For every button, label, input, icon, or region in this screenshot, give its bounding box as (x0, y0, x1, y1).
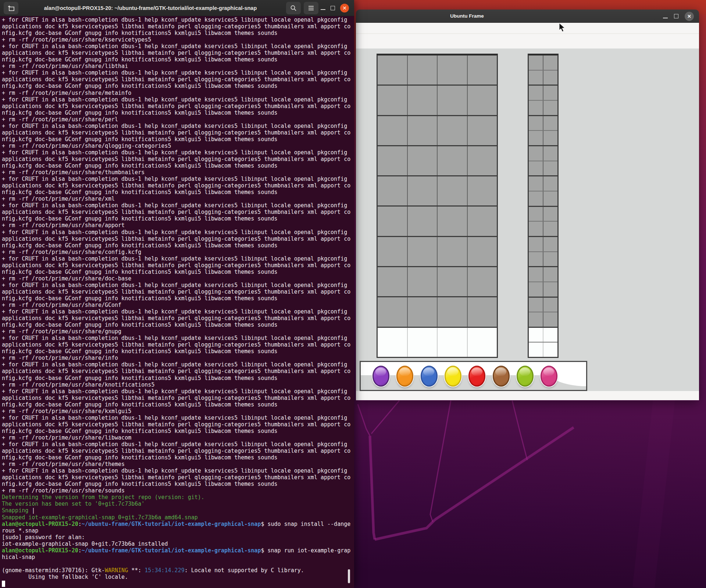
terminal-line: + rm -rf /root/prime/usr/share/apport (2, 222, 354, 229)
board-cell (408, 207, 438, 236)
board-cell (543, 252, 557, 266)
board-cell (468, 207, 497, 236)
board-cell (543, 191, 557, 206)
terminal-line: nfig.kcfg doc-base GConf gnupg info knot… (2, 481, 354, 487)
terminal-line: nfig.kcfg doc-base GConf gnupg info knot… (2, 401, 354, 408)
peg-brown[interactable] (493, 366, 510, 387)
terminal-line: + rm -rf /root/prime/usr/share/kservicet… (2, 36, 354, 43)
terminal-line: + rm -rf /root/prime/usr/share/libthai (2, 63, 354, 69)
peg-yellow[interactable] (445, 366, 461, 387)
board-cell (378, 176, 408, 205)
terminal-line: nfig.kcfg doc-base GConf gnupg info knot… (2, 375, 354, 381)
terminal-line: applications doc kf5 kservicetypes5 libt… (2, 315, 354, 322)
terminal-line: + for CRUFT in alsa bash-completion dbus… (2, 17, 354, 23)
board-row (529, 252, 557, 268)
terminal-line: applications doc kf5 kservicetypes5 libt… (2, 448, 354, 454)
terminal-line: + rm -rf /root/prime/usr/share/gnupg (2, 328, 354, 335)
board-cell (529, 298, 543, 312)
terminal-line: + rm -rf /root/prime/usr/share/sounds (2, 487, 354, 494)
feedback-board (528, 54, 559, 358)
maximize-icon[interactable] (331, 6, 335, 10)
terminal-line: applications doc kf5 kservicetypes5 libt… (2, 262, 354, 269)
peg-green[interactable] (517, 366, 534, 387)
guess-cell-empty[interactable] (408, 328, 438, 357)
terminal-line: + rm -rf /root/prime/usr/share/themes (2, 461, 354, 467)
board-cell (543, 267, 557, 282)
board-cell (543, 131, 557, 145)
terminal-line: applications doc kf5 kservicetypes5 libt… (2, 103, 354, 110)
terminal-line: nfig.kcfg doc-base GConf gnupg info knot… (2, 454, 354, 461)
terminal-line: + rm -rf /root/prime/usr/share/thumbnail… (2, 169, 354, 176)
board-cell (529, 267, 543, 282)
board-cell (378, 55, 408, 85)
board-cell (468, 176, 497, 205)
ubuntu-frame-window: Ubuntu Frame ✕ (356, 10, 699, 401)
terminal-line: nfig.kcfg doc-base GConf gnupg info knot… (2, 189, 354, 196)
peg-red[interactable] (468, 366, 485, 387)
peg-pink[interactable] (541, 366, 557, 387)
guess-cell-empty[interactable] (468, 328, 497, 357)
terminal-scrollbar[interactable] (348, 569, 350, 583)
terminal-line: nfig.kcfg doc-base GConf gnupg info knot… (2, 30, 354, 36)
board-cell (529, 146, 543, 161)
guess-cell-empty[interactable] (378, 328, 408, 357)
guess-cell-empty[interactable] (529, 328, 543, 342)
minimize-icon[interactable] (663, 18, 668, 18)
search-button[interactable] (286, 2, 301, 14)
terminal-line: applications doc kf5 kservicetypes5 libt… (2, 182, 354, 189)
frame-titlebar[interactable]: Ubuntu Frame ✕ (356, 10, 699, 23)
terminal-line: applications doc kf5 kservicetypes5 libt… (2, 76, 354, 83)
close-icon[interactable]: ✕ (340, 4, 349, 12)
content-divider (356, 33, 699, 34)
terminal-titlebar[interactable]: alan@octopull-PROX15-20: ~/ubuntu-frame/… (0, 0, 354, 16)
board-row (529, 191, 557, 207)
terminal-line: applications doc kf5 kservicetypes5 libt… (2, 23, 354, 30)
peg-blue[interactable] (421, 366, 438, 387)
menu-button[interactable] (304, 2, 318, 14)
board-cell (543, 282, 557, 297)
terminal-line: nfig.kcfg doc-base GConf gnupg info knot… (2, 428, 354, 434)
terminal-line: + for CRUFT in alsa bash-completion dbus… (2, 282, 354, 288)
board-row (529, 131, 557, 146)
board-row (529, 161, 557, 177)
board-row-active (378, 328, 497, 357)
board-cell (408, 176, 438, 205)
board-cell (438, 297, 468, 326)
terminal-line: + for CRUFT in alsa bash-completion dbus… (2, 149, 354, 156)
board-row (378, 55, 497, 86)
guess-cell-empty[interactable] (543, 343, 557, 357)
board-cell (408, 86, 438, 115)
board-row (529, 207, 557, 222)
board-cell (543, 55, 557, 70)
board-cell (408, 116, 438, 145)
menu-icon (308, 6, 314, 11)
board-cell (378, 267, 408, 296)
new-tab-button[interactable] (4, 2, 18, 14)
terminal-line: + rm -rf /root/prime/usr/share/knotifica… (2, 381, 354, 388)
close-icon[interactable]: ✕ (685, 12, 694, 21)
terminal-line: applications doc kf5 kservicetypes5 libt… (2, 129, 354, 136)
board-cell (529, 86, 543, 100)
terminal-block-cursor (2, 581, 5, 587)
board-row (529, 71, 557, 86)
guess-cell-empty[interactable] (438, 328, 468, 357)
terminal-line: + for CRUFT in alsa bash-completion dbus… (2, 415, 354, 421)
maximize-icon[interactable] (674, 14, 678, 18)
terminal-line: Snapped iot-example-graphical-snap_0+git… (2, 514, 354, 521)
terminal-line: + for CRUFT in alsa bash-completion dbus… (2, 255, 354, 262)
minimize-icon[interactable] (321, 9, 325, 10)
terminal-line: applications doc kf5 kservicetypes5 libt… (2, 236, 354, 242)
guess-cell-empty[interactable] (529, 343, 543, 357)
board-cell (529, 176, 543, 191)
terminal-line: applications doc kf5 kservicetypes5 libt… (2, 288, 354, 295)
terminal-line: applications doc kf5 kservicetypes5 libt… (2, 156, 354, 162)
terminal-line: applications doc kf5 kservicetypes5 libt… (2, 341, 354, 348)
board-cell (529, 161, 543, 176)
peg-purple[interactable] (372, 366, 389, 387)
terminal-line: nfig.kcfg doc-base GConf gnupg info knot… (2, 322, 354, 328)
peg-orange[interactable] (396, 366, 413, 387)
mouse-cursor-icon (559, 23, 567, 35)
guess-cell-empty[interactable] (543, 328, 557, 342)
decoding-board (377, 54, 498, 358)
board-row (378, 207, 497, 237)
